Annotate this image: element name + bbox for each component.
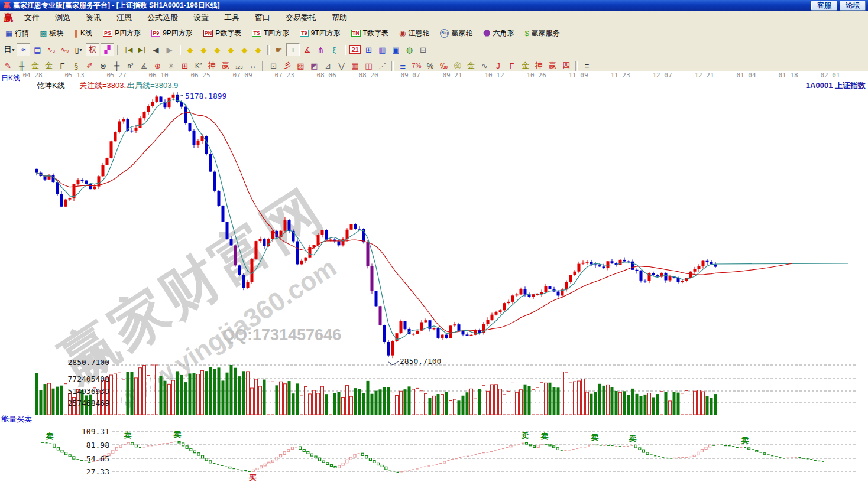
gann-diamond-left-button[interactable]: ◆ [184, 44, 196, 56]
cycle-circle-tool-button[interactable]: ⊜ [97, 60, 109, 71]
notepad-icon: ▥ [378, 45, 386, 54]
brush-tool-button[interactable]: ✎ [2, 60, 14, 71]
first-page-button[interactable]: ∣◀ [122, 44, 135, 56]
customer-service-button[interactable]: 客服 [811, 1, 837, 11]
next-page-button[interactable]: ▶ [163, 44, 176, 56]
kline-button[interactable]: ∥K线 [69, 27, 98, 40]
trend-angle-tool-button[interactable]: ⊿ [322, 60, 334, 71]
crosshair-tool-button[interactable]: + [286, 43, 300, 56]
price-grid-tool-button[interactable]: ▦ [349, 60, 361, 71]
candle-style-button[interactable]: ▯▾ [72, 44, 85, 56]
menu-9[interactable]: 交易委托 [278, 12, 324, 23]
shen-line-tool-button[interactable]: 神 [206, 60, 218, 71]
square-number-tool-button[interactable]: n² [124, 60, 137, 71]
menu-10[interactable]: 帮助 [324, 12, 355, 23]
price-box-tool-button[interactable]: ◫ [362, 60, 375, 71]
quotes-button[interactable]: ▦行情 [0, 27, 34, 40]
gold-angle-tool-button[interactable]: 金 [519, 60, 532, 71]
gann-diamond-expand-button[interactable]: ◆ [252, 44, 264, 56]
t-square-button[interactable]: TST四方形 [247, 27, 294, 40]
k3-combine-button[interactable]: ∿₃ [45, 44, 57, 56]
angle-tool-button[interactable]: ∡ [138, 60, 150, 71]
four-angle-tool-button[interactable]: 四 [560, 60, 572, 71]
permille-tool-button[interactable]: ‰ [438, 60, 450, 71]
ying-line-tool-button[interactable]: 赢 [219, 60, 232, 71]
gann-grid-tool-button[interactable]: ⊞ [179, 60, 191, 71]
f-angle-tool-button[interactable]: F [506, 60, 518, 71]
calculator-button[interactable]: ⊞ [362, 44, 375, 56]
period-day-button[interactable]: 日▾ [3, 44, 15, 56]
j-angle-tool-button[interactable]: J [492, 60, 504, 71]
gann-diamond-right-button[interactable]: ◆ [197, 44, 210, 56]
menu-3[interactable]: 资讯 [78, 12, 109, 23]
gann-web-tool-button[interactable]: ✳ [165, 60, 177, 71]
restore-rights-button[interactable]: 权 [86, 43, 99, 56]
menu-1[interactable]: 文件 [17, 12, 47, 23]
gold-line-tool-button[interactable]: 金 [465, 60, 477, 71]
fibonacci-tool-button[interactable]: F [56, 60, 69, 71]
spiral-line-tool-button[interactable]: § [70, 60, 82, 71]
kline-plot[interactable]: 卖卖卖卖卖卖卖卖买 [0, 71, 868, 482]
percent7-tool-button[interactable]: 7% [410, 60, 423, 71]
prev-page-button[interactable]: ◀ [150, 44, 162, 56]
gann-diamond-cross-button[interactable]: ◆ [225, 44, 237, 56]
box-tool-button[interactable]: ⊡ [267, 60, 280, 71]
k-annotation-tool-button[interactable]: K″ [192, 60, 205, 71]
angle-measure-button[interactable]: ∡ [301, 44, 313, 56]
export-button[interactable]: ◍ [403, 44, 416, 56]
fan-box-tool-button[interactable]: ▨ [294, 60, 307, 71]
spiral-tool-button[interactable]: ξ [328, 44, 341, 56]
measure-tool-button[interactable]: ↔ [247, 60, 259, 71]
hand-tool-button[interactable]: ☛ [273, 44, 285, 56]
percent-tool-button[interactable]: % [424, 60, 436, 71]
scale-tool-button[interactable]: ≣ [397, 60, 409, 71]
p-square-button[interactable]: PSP四方形 [98, 27, 146, 40]
gann-line-tool-button[interactable]: ╫ [15, 60, 28, 71]
calendar-button[interactable]: 21 [349, 44, 361, 56]
gann-target-tool-button[interactable]: ⊕ [151, 60, 164, 71]
list-tool-button[interactable]: ≡ [581, 60, 593, 71]
save-button[interactable]: ▣ [390, 44, 402, 56]
print-button[interactable]: ⊟ [417, 44, 429, 56]
menu-4[interactable]: 江恩 [109, 12, 140, 23]
sectors-button[interactable]: ▩板块 [34, 27, 69, 40]
k9-combine-button[interactable]: ∿₉ [59, 44, 71, 56]
t-number-table-button[interactable]: TNT数字表 [346, 27, 394, 40]
forum-button[interactable]: 论坛 [840, 1, 866, 11]
menu-6[interactable]: 设置 [186, 12, 216, 23]
gann-diamond-hsplit-button[interactable]: ◆ [211, 44, 224, 56]
pitchfork-tool-button[interactable]: ⋔ [315, 44, 327, 56]
winner-service-button[interactable]: $赢家服务 [519, 27, 565, 40]
winner-wheel-button[interactable]: Big赢家轮 [435, 27, 478, 40]
last-page-button[interactable]: ▶∣ [136, 44, 148, 56]
indicator-title[interactable]: 能量买卖 [1, 414, 32, 425]
fan-box2-tool-button[interactable]: ◩ [308, 60, 320, 71]
menu-7[interactable]: 工具 [216, 12, 247, 23]
hexagon-button[interactable]: 六角形 [478, 27, 519, 40]
notepad-button[interactable]: ▥ [376, 44, 388, 56]
gold-circle-tool-button[interactable]: ㊎ [451, 60, 464, 71]
wave-line-tool-button[interactable]: ∿ [478, 60, 491, 71]
number-grid-tool-button[interactable]: ₁₂₃ [233, 60, 245, 71]
cycle-line-tool-button[interactable]: ╪ [111, 60, 123, 71]
gann-diamond-vsplit-button[interactable]: ◆ [238, 44, 251, 56]
main-toolbar: ▦行情▩板块∥K线PSP四方形P99P四方形PNP数字表TST四方形T99T四方… [0, 25, 868, 41]
parallel-lines-tool-button[interactable]: ⋰ [376, 60, 388, 71]
p-number-table-button[interactable]: PNP数字表 [198, 27, 247, 40]
pattern-window-button[interactable]: ≈ [17, 43, 30, 56]
menu-2[interactable]: 浏览 [47, 12, 78, 23]
gann-wheel-button[interactable]: ◉江恩轮 [394, 27, 435, 40]
shen-angle-tool-button[interactable]: 神 [533, 60, 545, 71]
ying-angle-tool-button[interactable]: 赢 [546, 60, 559, 71]
p9-square-button[interactable]: P99P四方形 [146, 27, 198, 40]
chart-type-button[interactable]: ▞ [101, 43, 114, 56]
pencil-tool-button[interactable]: ✐ [83, 60, 96, 71]
menu-8[interactable]: 窗口 [247, 12, 278, 23]
memo-button[interactable]: ▤ [31, 44, 44, 56]
v-reversal-tool-button[interactable]: ⋁ [335, 60, 348, 71]
menu-5[interactable]: 公式选股 [140, 12, 186, 23]
gold-ratio-tool-button[interactable]: 金 [29, 60, 41, 71]
ray-fan-tool-button[interactable]: 彡 [281, 60, 293, 71]
t9-square-button[interactable]: T99T四方形 [294, 27, 346, 40]
gold-grid-tool-button[interactable]: 金 [43, 60, 55, 71]
